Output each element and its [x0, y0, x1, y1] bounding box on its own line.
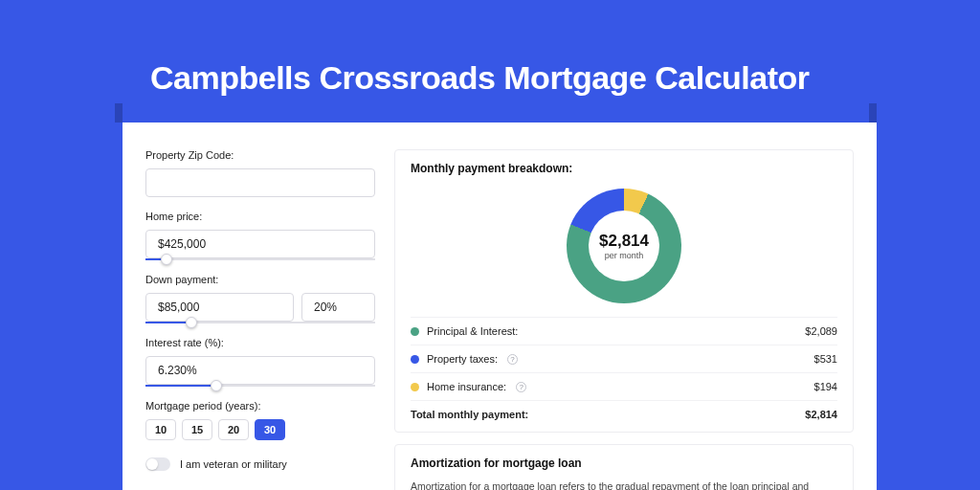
down-amount-input[interactable] — [145, 293, 294, 322]
period-option-30[interactable]: 30 — [255, 419, 285, 440]
breakdown-total-label: Total monthly payment: — [411, 409, 528, 420]
zip-label: Property Zip Code: — [145, 149, 375, 161]
breakdown-card: Monthly payment breakdown: $2,814 per mo… — [394, 149, 854, 433]
donut-amount: $2,814 — [599, 232, 649, 251]
breakdown-row-principal: Principal & Interest: $2,089 — [411, 317, 837, 345]
donut-center: $2,814 per month — [599, 232, 649, 260]
breakdown-value: $531 — [814, 353, 837, 365]
decorative-shadow-left — [115, 103, 122, 122]
price-slider[interactable] — [145, 258, 375, 260]
breakdown-row-total: Total monthly payment: $2,814 — [411, 400, 837, 428]
period-option-20[interactable]: 20 — [218, 419, 249, 440]
down-slider-fill — [145, 322, 191, 323]
payment-donut-chart: $2,814 per month — [567, 189, 681, 303]
rate-label: Interest rate (%): — [145, 337, 375, 348]
amortization-card: Amortization for mortgage loan Amortizat… — [394, 444, 854, 490]
amortization-title: Amortization for mortgage loan — [411, 457, 837, 470]
info-icon[interactable]: ? — [516, 382, 526, 392]
zip-field-wrap: Property Zip Code: — [145, 149, 375, 197]
page-title: Campbells Crossroads Mortgage Calculator — [150, 59, 810, 97]
period-option-10[interactable]: 10 — [145, 419, 176, 440]
down-slider-thumb[interactable] — [186, 317, 197, 328]
rate-field-wrap: Interest rate (%): — [145, 337, 375, 387]
rate-slider[interactable] — [145, 385, 375, 387]
down-field-wrap: Down payment: — [145, 274, 375, 323]
price-slider-thumb[interactable] — [161, 254, 172, 265]
donut-sub: per month — [599, 251, 649, 260]
period-options: 10 15 20 30 — [145, 419, 375, 440]
breakdown-label: Property taxes: — [427, 353, 498, 365]
rate-slider-thumb[interactable] — [211, 380, 222, 391]
amortization-text: Amortization for a mortgage loan refers … — [411, 479, 837, 490]
decorative-shadow-right — [869, 103, 877, 122]
breakdown-row-taxes: Property taxes: ? $531 — [411, 345, 837, 372]
breakdown-title: Monthly payment breakdown: — [411, 162, 837, 175]
rate-input[interactable] — [145, 356, 375, 385]
donut-holder: $2,814 per month — [411, 185, 837, 317]
calculator-panel: Property Zip Code: Home price: Down paym… — [122, 122, 877, 490]
inputs-column: Property Zip Code: Home price: Down paym… — [145, 149, 375, 490]
veteran-row: I am veteran or military — [145, 457, 375, 471]
breakdown-total-value: $2,814 — [805, 409, 837, 420]
veteran-toggle-knob — [146, 458, 158, 470]
down-slider[interactable] — [145, 322, 375, 323]
period-option-15[interactable]: 15 — [182, 419, 212, 440]
down-label: Down payment: — [145, 274, 375, 285]
breakdown-value: $194 — [814, 381, 837, 392]
breakdown-row-insurance: Home insurance: ? $194 — [411, 372, 837, 400]
period-field-wrap: Mortgage period (years): 10 15 20 30 — [145, 400, 375, 440]
rate-slider-fill — [145, 385, 216, 387]
veteran-toggle[interactable] — [145, 457, 170, 471]
breakdown-value: $2,089 — [805, 325, 837, 337]
veteran-label: I am veteran or military — [180, 458, 287, 470]
period-label: Mortgage period (years): — [145, 400, 375, 412]
breakdown-label: Home insurance: — [427, 381, 506, 392]
dot-icon — [411, 355, 419, 364]
price-field-wrap: Home price: — [145, 211, 375, 260]
results-column: Monthly payment breakdown: $2,814 per mo… — [394, 149, 854, 490]
zip-input[interactable] — [145, 168, 375, 197]
info-icon[interactable]: ? — [507, 354, 518, 365]
breakdown-label: Principal & Interest: — [427, 325, 518, 337]
price-label: Home price: — [145, 211, 375, 222]
dot-icon — [411, 383, 419, 391]
down-pct-input[interactable] — [301, 293, 375, 322]
price-input[interactable] — [145, 230, 375, 258]
dot-icon — [411, 327, 419, 336]
